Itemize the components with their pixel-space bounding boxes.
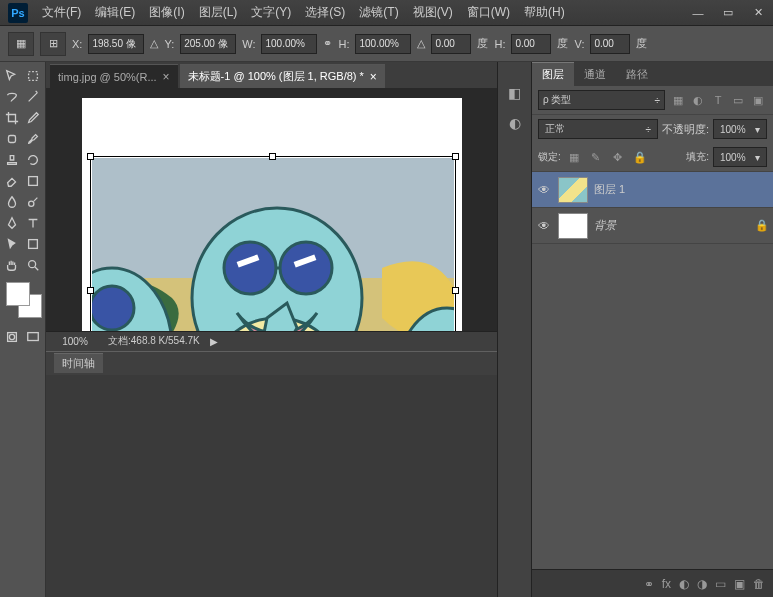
triangle-icon[interactable]: △ <box>150 37 158 50</box>
brush-tool[interactable] <box>23 129 43 149</box>
foreground-color[interactable] <box>6 282 30 306</box>
channels-tab[interactable]: 通道 <box>574 63 616 86</box>
minimize-button[interactable]: — <box>683 3 713 23</box>
opacity-input[interactable]: 100%▾ <box>713 119 767 139</box>
menu-view[interactable]: 视图(V) <box>407 0 459 25</box>
h-label: H: <box>338 38 349 50</box>
move-tool[interactable] <box>2 66 22 86</box>
screenmode-tool[interactable] <box>23 327 43 347</box>
v-input[interactable] <box>590 34 630 54</box>
filter-smart-icon[interactable]: ▣ <box>749 91 767 109</box>
layer-row-1[interactable]: 👁 图层 1 <box>532 172 773 208</box>
type-tool[interactable] <box>23 213 43 233</box>
document-tab-1[interactable]: timg.jpg @ 50%(R... × <box>50 64 178 88</box>
selection-tool[interactable] <box>23 66 43 86</box>
filter-adjust-icon[interactable]: ◐ <box>689 91 707 109</box>
eyedropper-tool[interactable] <box>23 108 43 128</box>
handle-right[interactable] <box>452 287 459 294</box>
fx-icon[interactable]: fx <box>662 577 671 591</box>
filter-pixel-icon[interactable]: ▦ <box>669 91 687 109</box>
w-input[interactable] <box>261 34 317 54</box>
menu-layer[interactable]: 图层(L) <box>193 0 244 25</box>
filter-type-icon[interactable]: T <box>709 91 727 109</box>
hand-tool[interactable] <box>2 255 22 275</box>
y-input[interactable] <box>180 34 236 54</box>
menu-help[interactable]: 帮助(H) <box>518 0 571 25</box>
link-layers-icon[interactable]: ⚭ <box>644 577 654 591</box>
canvas[interactable] <box>82 98 462 331</box>
adjustment-icon[interactable]: ◑ <box>697 577 707 591</box>
quickmask-tool[interactable] <box>2 327 22 347</box>
new-layer-icon[interactable]: ▣ <box>734 577 745 591</box>
layer-bg-visibility-icon[interactable]: 👁 <box>536 219 552 233</box>
eraser-tool[interactable] <box>2 171 22 191</box>
menu-type[interactable]: 文字(Y) <box>245 0 297 25</box>
layer-bg-name[interactable]: 背景 <box>594 218 749 233</box>
lock-all-icon[interactable]: 🔒 <box>631 148 649 166</box>
blur-tool[interactable] <box>2 192 22 212</box>
mask-icon[interactable]: ◐ <box>679 577 689 591</box>
stamp-tool[interactable] <box>2 150 22 170</box>
menu-window[interactable]: 窗口(W) <box>461 0 516 25</box>
layer-row-background[interactable]: 👁 背景 🔒 <box>532 208 773 244</box>
dock-history-icon[interactable]: ◧ <box>504 82 526 104</box>
handle-top-left[interactable] <box>87 153 94 160</box>
transform-tool-icon[interactable]: ▦ <box>8 32 34 56</box>
lock-label: 锁定: <box>538 150 561 164</box>
reference-point-icon[interactable]: ⊞ <box>40 32 66 56</box>
close-tab-1-icon[interactable]: × <box>163 70 170 84</box>
crop-tool[interactable] <box>2 108 22 128</box>
link-icon[interactable]: ⚭ <box>323 37 332 50</box>
zoom-level[interactable]: 100% <box>52 336 98 347</box>
blend-mode-select[interactable]: 正常÷ <box>538 119 658 139</box>
maximize-button[interactable]: ▭ <box>713 3 743 23</box>
menu-edit[interactable]: 编辑(E) <box>89 0 141 25</box>
fill-input[interactable]: 100%▾ <box>713 147 767 167</box>
menu-file[interactable]: 文件(F) <box>36 0 87 25</box>
delete-layer-icon[interactable]: 🗑 <box>753 577 765 591</box>
lock-position-icon[interactable]: ✥ <box>609 148 627 166</box>
history-brush-tool[interactable] <box>23 150 43 170</box>
angle-input[interactable] <box>431 34 471 54</box>
close-tab-2-icon[interactable]: × <box>370 70 377 84</box>
color-swatches[interactable] <box>6 282 42 318</box>
menu-select[interactable]: 选择(S) <box>299 0 351 25</box>
close-button[interactable]: ✕ <box>743 3 773 23</box>
layer-bg-thumbnail[interactable] <box>558 213 588 239</box>
filter-shape-icon[interactable]: ▭ <box>729 91 747 109</box>
status-arrow-icon[interactable]: ▶ <box>210 336 218 347</box>
gradient-tool[interactable] <box>23 171 43 191</box>
filter-type-select[interactable]: ρ 类型÷ <box>538 90 665 110</box>
wand-tool[interactable] <box>23 87 43 107</box>
layer-1-thumbnail[interactable] <box>558 177 588 203</box>
svg-rect-8 <box>28 333 39 341</box>
x-input[interactable] <box>88 34 144 54</box>
paths-tab[interactable]: 路径 <box>616 63 658 86</box>
path-select-tool[interactable] <box>2 234 22 254</box>
menu-filter[interactable]: 滤镜(T) <box>353 0 404 25</box>
transform-bounding-box[interactable] <box>90 156 456 331</box>
h-input[interactable] <box>355 34 411 54</box>
menu-image[interactable]: 图像(I) <box>143 0 190 25</box>
layers-tab[interactable]: 图层 <box>532 62 574 86</box>
handle-top[interactable] <box>269 153 276 160</box>
dock-color-icon[interactable]: ◐ <box>504 112 526 134</box>
heal-tool[interactable] <box>2 129 22 149</box>
canvas-viewport[interactable] <box>46 88 497 331</box>
group-icon[interactable]: ▭ <box>715 577 726 591</box>
zoom-tool[interactable] <box>23 255 43 275</box>
shape-tool[interactable] <box>23 234 43 254</box>
dodge-tool[interactable] <box>23 192 43 212</box>
document-tab-2[interactable]: 未标题-1 @ 100% (图层 1, RGB/8) * × <box>180 64 385 88</box>
h2-input[interactable] <box>511 34 551 54</box>
lasso-tool[interactable] <box>2 87 22 107</box>
timeline-body[interactable] <box>46 375 497 598</box>
handle-left[interactable] <box>87 287 94 294</box>
layer-1-name[interactable]: 图层 1 <box>594 182 769 197</box>
layer-1-visibility-icon[interactable]: 👁 <box>536 183 552 197</box>
handle-top-right[interactable] <box>452 153 459 160</box>
lock-transparent-icon[interactable]: ▦ <box>565 148 583 166</box>
timeline-tab-label[interactable]: 时间轴 <box>54 353 103 373</box>
lock-pixels-icon[interactable]: ✎ <box>587 148 605 166</box>
pen-tool[interactable] <box>2 213 22 233</box>
